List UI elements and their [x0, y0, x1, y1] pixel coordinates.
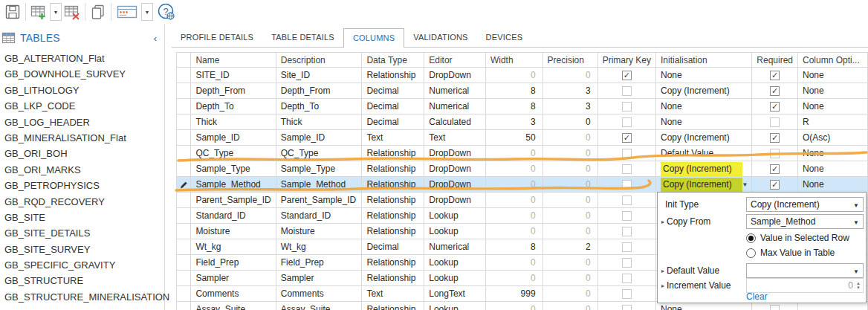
unchecked-checkbox[interactable] — [770, 117, 780, 127]
cell-name[interactable]: Depth_From — [191, 83, 276, 99]
cell-precision[interactable]: 3 — [542, 99, 597, 114]
sidebar-item-gb_mineralisation_flat[interactable]: GB_MINERALISATION_Flat — [0, 130, 164, 146]
cell-data-type[interactable]: Relationship — [362, 302, 424, 310]
save-button[interactable] — [2, 1, 23, 22]
cell-precision[interactable]: 0 — [542, 146, 597, 161]
cell-description[interactable]: Wt_kg — [276, 239, 362, 255]
cell-description[interactable]: Parent_Sample_ID — [276, 193, 362, 208]
cell-initialisation[interactable]: None — [656, 68, 752, 83]
unchecked-checkbox[interactable] — [622, 102, 632, 112]
cell-data-type[interactable]: Relationship — [362, 177, 424, 193]
cell-width[interactable]: 0 — [485, 161, 542, 177]
checked-checkbox[interactable]: ✓ — [622, 133, 632, 143]
cell-width[interactable]: 0 — [485, 271, 542, 286]
row-selector[interactable] — [177, 99, 191, 114]
cell-width[interactable]: 8 — [485, 239, 542, 255]
cell-editor[interactable]: Lookup — [424, 208, 486, 224]
column-header-width[interactable]: Width — [485, 53, 542, 68]
cell-column-options[interactable]: None — [798, 161, 868, 177]
cell-primary-key[interactable] — [597, 114, 655, 130]
cell-required[interactable]: ✓ — [752, 83, 798, 99]
cell-editor[interactable]: Lookup — [424, 224, 486, 239]
unchecked-checkbox[interactable] — [622, 274, 632, 283]
unchecked-checkbox[interactable] — [622, 149, 632, 158]
cell-primary-key[interactable] — [597, 286, 655, 302]
cell-column-options[interactable]: R — [798, 114, 868, 130]
help-button[interactable]: ? — [156, 1, 177, 22]
cell-precision[interactable]: 0 — [542, 208, 597, 224]
checked-checkbox[interactable]: ✓ — [770, 133, 780, 143]
cell-name[interactable]: Depth_To — [191, 99, 276, 114]
cell-primary-key[interactable] — [597, 271, 655, 286]
sidebar-item-gb_ori_marks[interactable]: GB_ORI_MARKS — [0, 162, 164, 178]
cell-editor[interactable]: DropDown — [424, 193, 486, 208]
cell-data-type[interactable]: Decimal — [362, 83, 424, 99]
cell-description[interactable]: Comments — [276, 286, 362, 302]
cell-precision[interactable]: 0 — [542, 114, 597, 130]
checked-checkbox[interactable]: ✓ — [770, 86, 780, 96]
sidebar-item-gb_specific_gravity[interactable]: GB_SPECIFIC_GRAVITY — [0, 257, 164, 273]
unchecked-checkbox[interactable] — [622, 164, 632, 174]
cell-primary-key[interactable] — [597, 224, 655, 239]
cell-width[interactable]: 999 — [485, 286, 542, 302]
cell-primary-key[interactable] — [597, 83, 655, 99]
tab-validations[interactable]: VALIDATIONS — [404, 28, 476, 47]
copy-button[interactable] — [88, 1, 108, 22]
cell-description[interactable]: Moisture — [276, 224, 362, 239]
spinner-arrows-icon[interactable]: ▲▼ — [856, 281, 861, 290]
column-header-description[interactable]: Description — [276, 53, 362, 68]
column-header-editor[interactable]: Editor — [424, 53, 486, 68]
row-selector[interactable] — [177, 130, 191, 146]
cell-name[interactable]: Moisture — [191, 224, 276, 239]
checked-checkbox[interactable]: ✓ — [770, 180, 780, 190]
cell-precision[interactable]: 0 — [542, 271, 597, 286]
cell-data-type[interactable]: Text — [362, 286, 424, 302]
row-selector[interactable] — [177, 114, 191, 130]
column-header-name[interactable]: Name — [191, 53, 276, 68]
unchecked-checkbox[interactable] — [622, 196, 632, 205]
sidebar-item-gb_structure[interactable]: GB_STRUCTURE — [0, 273, 164, 288]
cell-initialisation[interactable]: Default Value — [656, 146, 752, 161]
cell-initialisation[interactable]: None — [656, 99, 752, 114]
cell-required[interactable]: ✓ — [752, 177, 798, 193]
cell-width[interactable]: 0 — [485, 302, 542, 310]
cell-required[interactable] — [752, 114, 798, 130]
cell-name[interactable]: Sample_Type — [191, 161, 276, 177]
cell-precision[interactable]: 0 — [542, 255, 597, 271]
cell-data-type[interactable]: Decimal — [362, 114, 424, 130]
cell-column-options[interactable]: None — [798, 146, 868, 161]
column-header-required[interactable]: Required — [752, 53, 798, 68]
cell-initialisation[interactable]: Copy (Increment) — [656, 130, 752, 146]
cell-primary-key[interactable] — [597, 239, 655, 255]
cell-width[interactable]: 0 — [485, 193, 542, 208]
cell-primary-key[interactable] — [597, 177, 655, 193]
cell-precision[interactable]: 0 — [542, 286, 597, 302]
sidebar-item-gb_ori_boh[interactable]: GB_ORI_BOH — [0, 146, 164, 161]
cell-precision[interactable]: 0 — [542, 68, 597, 83]
default-value-combo[interactable]: ▼ — [746, 263, 864, 278]
row-selector[interactable] — [177, 255, 191, 271]
cell-column-options[interactable]: None — [798, 68, 868, 83]
init-dropdown-arrow-icon[interactable]: ▼ — [742, 181, 748, 188]
row-selector[interactable] — [177, 193, 191, 208]
cell-precision[interactable]: 0 — [542, 177, 597, 193]
cell-initialisation[interactable]: None — [656, 114, 752, 130]
cell-editor[interactable]: DropDown — [424, 177, 486, 193]
unchecked-checkbox[interactable] — [622, 227, 632, 236]
sidebar-item-gb_lkp_code[interactable]: GB_LKP_CODE — [0, 98, 164, 114]
clear-link[interactable]: Clear — [746, 291, 768, 302]
column-header-selector[interactable] — [177, 53, 191, 68]
tab-columns[interactable]: COLUMNS — [343, 28, 404, 48]
row-selector[interactable] — [177, 286, 191, 302]
cell-editor[interactable]: Lookup — [424, 302, 486, 310]
cell-width[interactable]: 0 — [485, 255, 542, 271]
cell-data-type[interactable]: Relationship — [362, 68, 424, 83]
cell-width[interactable]: 8 — [485, 99, 542, 114]
cell-data-type[interactable]: Relationship — [362, 146, 424, 161]
delete-table-button[interactable] — [62, 1, 82, 22]
cell-width[interactable]: 0 — [485, 68, 542, 83]
cell-name[interactable]: Standard_ID — [191, 208, 276, 224]
cell-column-options[interactable]: None — [798, 177, 868, 193]
cell-name[interactable]: SITE_ID — [191, 68, 276, 83]
column-header-data-type[interactable]: Data Type — [362, 53, 424, 68]
